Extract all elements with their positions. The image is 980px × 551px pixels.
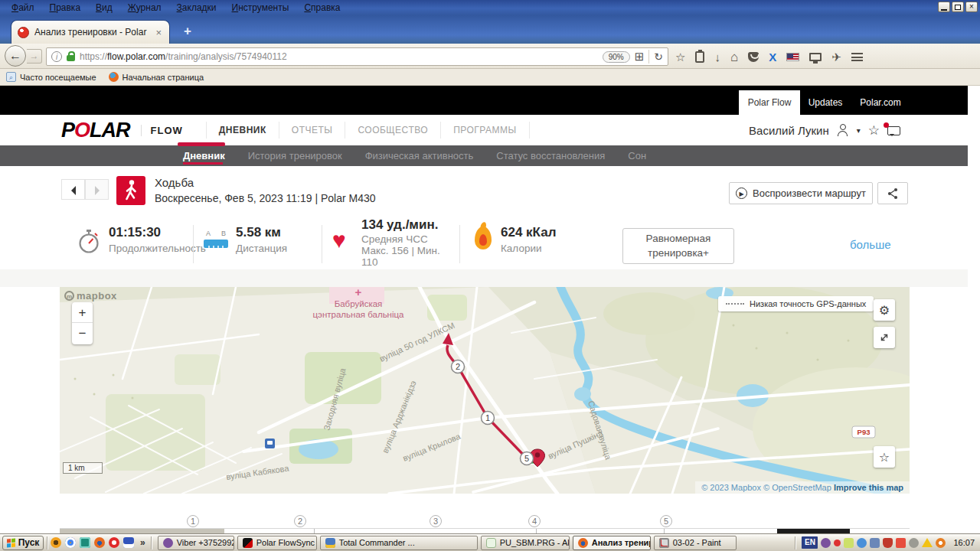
tray-red-icon[interactable] — [834, 540, 841, 546]
calories-label: Калории — [501, 243, 556, 254]
zoom-out-button[interactable]: − — [72, 323, 93, 344]
nav-diary[interactable]: ДНЕВНИК — [206, 122, 279, 139]
page-zoom-badge[interactable]: 90% — [603, 51, 630, 63]
viber-icon — [163, 538, 173, 548]
menu-bookmarks[interactable]: Закладки — [170, 1, 224, 15]
lock-icon[interactable] — [67, 55, 75, 61]
quicklaunch-app1-icon[interactable] — [51, 537, 61, 548]
quicklaunch-overflow[interactable]: » — [140, 537, 145, 548]
more-link[interactable]: больше — [850, 238, 891, 251]
subnav-history[interactable]: История тренировок — [248, 150, 342, 161]
nav-programs[interactable]: ПРОГРАММЫ — [441, 122, 530, 139]
toptab-updates[interactable]: Updates — [800, 90, 851, 115]
screenshot-monitor-icon[interactable] — [809, 53, 822, 61]
forward-button[interactable]: → — [27, 49, 42, 64]
tray-display-icon[interactable] — [870, 538, 880, 548]
map-fullscreen-button[interactable] — [874, 327, 895, 348]
map-settings-button[interactable]: ⚙ — [874, 299, 895, 321]
tray-notes-icon[interactable] — [844, 538, 854, 548]
map-zoom-control: + − — [72, 302, 93, 344]
tray-flash-icon[interactable] — [896, 538, 906, 548]
tray-warning-icon[interactable] — [922, 538, 933, 547]
nav-community[interactable]: СООБЩЕСТВО — [345, 122, 441, 139]
task-pu-sbm[interactable]: PU_SBM.PRG - Ak... — [481, 536, 570, 550]
close-button[interactable]: × — [965, 2, 978, 12]
zoom-in-button[interactable]: + — [72, 302, 93, 323]
url-bar[interactable]: i https://flow.polar.com/training/analys… — [46, 47, 668, 66]
home-icon[interactable]: ⌂ — [730, 51, 738, 64]
route-map[interactable]: вуліца 50 год УЛКСМ Заходняя вуліца вулі… — [60, 287, 910, 494]
tab-close-icon[interactable]: × — [154, 27, 163, 38]
new-tab-button[interactable]: + — [178, 22, 198, 41]
menu-view[interactable]: Вид — [89, 1, 119, 15]
info-icon[interactable]: i — [51, 51, 62, 62]
menu-edit[interactable]: Правка — [43, 1, 88, 15]
extension-x-icon[interactable]: X — [769, 51, 776, 64]
task-total-commander[interactable]: Total Commander ... — [320, 536, 478, 550]
next-session-button[interactable] — [85, 179, 109, 200]
task-viber[interactable]: Viber +37529920... — [158, 536, 234, 550]
menu-history[interactable]: Журнал — [121, 1, 168, 15]
nav-reports[interactable]: ОТЧЕТЫ — [279, 122, 346, 139]
us-flag-icon[interactable] — [786, 53, 799, 61]
menu-tools[interactable]: Инструменты — [225, 1, 296, 15]
logo-rest: LAR — [90, 119, 130, 142]
back-button[interactable]: ← — [5, 45, 26, 67]
menu-file[interactable]: Файл — [5, 1, 41, 15]
downloads-icon[interactable]: ↓ — [714, 51, 720, 63]
tray-update-icon[interactable] — [936, 538, 946, 548]
play-route-button[interactable]: ▶ Воспроизвести маршрут — [729, 182, 873, 204]
play-icon: ▶ — [736, 187, 747, 199]
pocket-icon[interactable] — [748, 52, 759, 62]
map-favorite-button[interactable]: ☆ — [874, 446, 895, 468]
bookmark-home[interactable]: Начальная страница — [109, 72, 204, 82]
training-benefit-button[interactable]: Равномерная тренировка+ — [622, 228, 734, 264]
sport-title: Ходьба — [155, 176, 194, 189]
favorites-star-icon[interactable]: ☆ — [868, 122, 880, 139]
tray-viber-icon[interactable] — [821, 538, 831, 548]
share-button[interactable] — [877, 182, 908, 204]
bookmark-frequent[interactable]: ⌕ Часто посещаемые — [6, 72, 96, 82]
hamburger-menu-icon[interactable] — [851, 53, 863, 61]
task-paint[interactable]: 03-02 - Paint — [654, 536, 737, 550]
send-tab-icon[interactable]: ✈ — [831, 51, 841, 63]
browser-tab[interactable]: Анализ тренировки - Polar F... × — [11, 20, 170, 44]
user-menu[interactable]: Василий Лукин ▾ ☆ — [749, 115, 900, 145]
attribution-text[interactable]: © 2023 Mapbox © OpenStreetMap — [701, 483, 834, 492]
subnav-recovery[interactable]: Статус восстановления — [496, 150, 605, 161]
task-flowsync[interactable]: Polar FlowSync — [237, 536, 317, 550]
polar-logo[interactable]: POLAR — [61, 119, 130, 142]
quicklaunch-chrome-icon[interactable] — [65, 537, 76, 548]
reload-icon[interactable]: ↻ — [654, 51, 663, 63]
notifications-icon[interactable] — [887, 126, 900, 135]
tray-skype-icon[interactable] — [857, 538, 867, 548]
toptab-polar-com[interactable]: Polar.com — [851, 90, 910, 115]
url-text[interactable]: https://flow.polar.com/training/analysis… — [80, 51, 598, 62]
bookmark-star-icon[interactable]: ☆ — [675, 51, 685, 63]
clipboard-icon[interactable] — [695, 51, 704, 63]
user-name: Василий Лукин — [749, 124, 829, 137]
chevron-down-icon[interactable]: ▾ — [857, 126, 861, 135]
improve-map-link[interactable]: Improve this map — [834, 483, 903, 492]
start-button[interactable]: Пуск — [2, 536, 44, 550]
quicklaunch-save-icon[interactable] — [123, 537, 134, 548]
minimize-button[interactable] — [938, 2, 950, 12]
map-canvas[interactable]: вуліца 50 год УЛКСМ Заходняя вуліца вулі… — [60, 287, 910, 494]
distance-icon: A B — [204, 230, 228, 248]
subnav-activity[interactable]: Физическая активность — [365, 150, 474, 161]
taskbar-clock[interactable]: 16:07 — [953, 538, 975, 547]
task-firefox-active[interactable]: Анализ тренир... — [573, 536, 651, 550]
restore-button[interactable] — [952, 2, 964, 12]
language-indicator[interactable]: EN — [802, 536, 818, 549]
grid-icon[interactable]: ⊞ — [635, 51, 645, 62]
subnav-diary[interactable]: Дневник — [183, 150, 225, 161]
quicklaunch-app2-icon[interactable] — [80, 537, 90, 548]
quicklaunch-firefox-icon[interactable] — [94, 537, 105, 548]
prev-session-button[interactable] — [61, 179, 85, 200]
tray-volume-icon[interactable] — [909, 538, 919, 548]
quicklaunch-opera-icon[interactable] — [109, 537, 119, 548]
subnav-sleep[interactable]: Сон — [628, 150, 646, 161]
tray-shield-icon[interactable] — [883, 538, 893, 548]
menu-help[interactable]: Справка — [297, 1, 347, 15]
toptab-polar-flow[interactable]: Polar Flow — [739, 90, 800, 115]
